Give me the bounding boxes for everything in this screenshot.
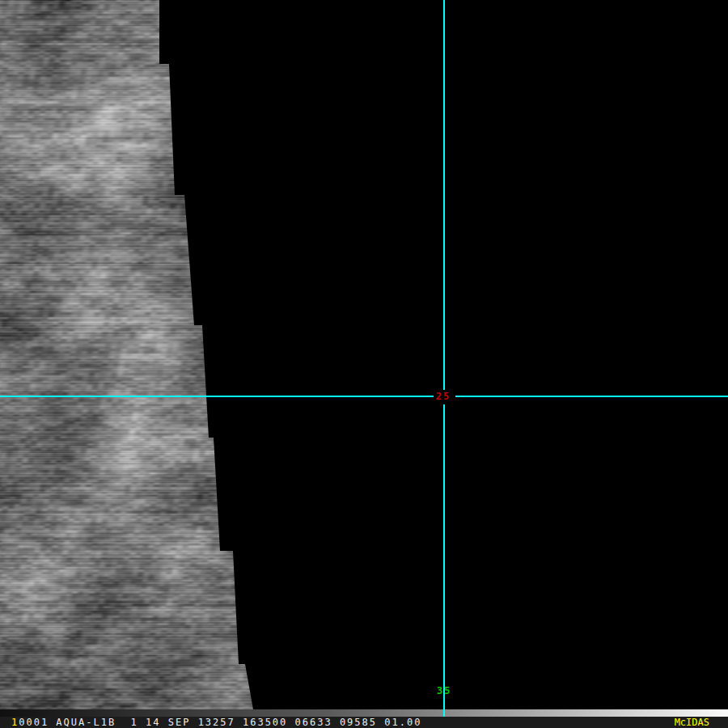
grayscale-enhancement-wedge bbox=[0, 709, 728, 717]
crosshair-vertical-line-bottom bbox=[443, 404, 445, 717]
crosshair-horizontal-line-right bbox=[455, 396, 728, 397]
mcidas-image-window: 25 35 10001 AQUA-L1B 1 14 SEP 13257 1635… bbox=[0, 0, 728, 728]
frame-number: 1 bbox=[11, 717, 19, 728]
mcidas-brand: McIDAS bbox=[675, 717, 709, 728]
latitude-label-35: 35 bbox=[437, 686, 451, 696]
status-info-text: 0001 AQUA-L1B 1 14 SEP 13257 163500 0663… bbox=[19, 717, 421, 728]
satellite-image[interactable] bbox=[0, 0, 275, 709]
cursor-latitude-label-25: 25 bbox=[436, 392, 451, 401]
status-bar: 10001 AQUA-L1B 1 14 SEP 13257 163500 066… bbox=[0, 717, 728, 728]
status-left-group: 10001 AQUA-L1B 1 14 SEP 13257 163500 066… bbox=[11, 717, 421, 728]
crosshair-horizontal-line-left bbox=[0, 396, 434, 397]
crosshair-vertical-line-top bbox=[443, 0, 445, 390]
